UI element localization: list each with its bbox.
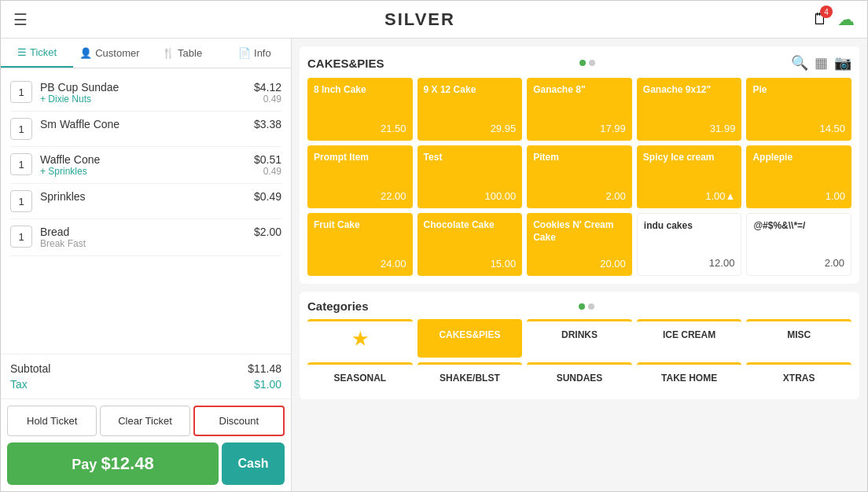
category-shake-blst[interactable]: SHAKE/BLST (417, 362, 523, 391)
list-item[interactable]: Applepie 1.00 (746, 145, 851, 208)
item-note: Break Fast (40, 238, 254, 249)
item-modifier: + Dixie Nuts (40, 94, 254, 105)
category-ice-cream[interactable]: ICE CREAM (637, 319, 742, 358)
camera-icon[interactable]: 📷 (834, 54, 851, 72)
item-price: $0.49 (254, 190, 281, 203)
cloud-icon[interactable]: ☁ (837, 9, 855, 30)
item-card-price: 20.00 (533, 258, 626, 270)
tab-ticket[interactable]: ☰ Ticket (1, 39, 73, 68)
dot-inactive (588, 303, 594, 310)
section-dots (579, 60, 595, 66)
list-item[interactable]: Ganache 8" 17.99 (527, 78, 632, 141)
quantity-stepper[interactable]: 1 (10, 118, 32, 140)
category-label: SHAKE/BLST (440, 373, 500, 384)
order-item-details: PB Cup Sundae + Dixie Nuts (40, 81, 254, 105)
notification-icon[interactable]: 🗒 4 (812, 10, 828, 28)
item-name: Sm Waffle Cone (40, 118, 254, 130)
tab-ticket-label: Ticket (30, 46, 57, 58)
tab-table[interactable]: 🍴 Table (146, 39, 219, 68)
table-row[interactable]: 1 Sprinkles $0.49 (10, 184, 281, 219)
cash-button[interactable]: Cash (222, 442, 285, 485)
list-item[interactable]: Cookies N' Cream Cake 20.00 (527, 213, 632, 276)
item-card-price: 1.00▲ (643, 190, 736, 202)
list-item[interactable]: 9 X 12 Cake 29.95 (417, 78, 523, 141)
list-item[interactable]: Pie 14.50 (746, 78, 851, 141)
order-item-details: Waffle Cone + Sprinkles (40, 153, 254, 177)
pay-button[interactable]: Pay $12.48 (7, 442, 219, 485)
order-list: 1 PB Cup Sundae + Dixie Nuts $4.12 0.49 … (1, 68, 291, 354)
section-icons: 🔍 ▦ 📷 (791, 54, 851, 72)
quantity-stepper[interactable]: 1 (10, 190, 32, 212)
list-item[interactable]: @#$%&\\*=/ 2.00 (746, 213, 851, 276)
clear-ticket-button[interactable]: Clear Ticket (100, 406, 189, 436)
subtotal-value: $11.48 (248, 362, 281, 375)
list-item[interactable]: Test 100.00 (417, 145, 523, 208)
modifier-price: 0.49 (263, 166, 281, 177)
list-item[interactable]: Ganache 9x12" 31.99 (637, 78, 742, 141)
item-card-price: 21.50 (314, 123, 406, 134)
item-card-name: Fruit Cake (314, 219, 406, 232)
items-grid: 8 Inch Cake 21.50 9 X 12 Cake 29.95 Gana… (307, 78, 851, 276)
info-icon: 📄 (238, 47, 251, 59)
pay-row: Pay $12.48 Cash (1, 442, 291, 491)
item-price: $2.00 (254, 226, 281, 238)
category-cakes-pies[interactable]: CAKES&PIES (417, 319, 523, 358)
list-item[interactable]: Prompt Item 22.00 (307, 145, 413, 208)
category-xtras[interactable]: XTRAS (746, 362, 851, 391)
item-card-price: 29.95 (424, 123, 517, 134)
list-item[interactable]: Spicy Ice cream 1.00▲ (637, 145, 742, 208)
category-misc[interactable]: MISC (746, 319, 851, 358)
list-item[interactable]: Fruit Cake 24.00 (307, 213, 413, 276)
table-row[interactable]: 1 Sm Waffle Cone $3.38 (10, 112, 281, 147)
item-card-name: @#$%&\\*=/ (753, 220, 844, 233)
category-sundaes[interactable]: SUNDAES (527, 362, 632, 391)
app-title: SILVER (384, 9, 455, 30)
item-card-price: 1.00 (752, 190, 845, 202)
subtotal-label: Subtotal (10, 362, 50, 375)
tab-customer[interactable]: 👤 Customer (73, 39, 145, 68)
item-card-name: Prompt Item (314, 152, 406, 164)
header-icons: 🗒 4 ☁ (812, 9, 855, 30)
category-take-home[interactable]: TAKE HOME (637, 362, 742, 391)
item-card-price: 2.00 (753, 257, 844, 269)
categories-header: Categories (307, 299, 851, 313)
item-card-price: 31.99 (643, 123, 736, 134)
pay-label: Pay (72, 457, 97, 472)
category-label: SEASONAL (333, 373, 386, 384)
table-row[interactable]: 1 Bread Break Fast $2.00 (10, 219, 281, 256)
item-card-name: Cookies N' Cream Cake (533, 219, 626, 244)
notif-badge: 4 (820, 6, 833, 18)
menu-icon[interactable]: ☰ (13, 10, 28, 29)
item-card-price: 100.00 (424, 190, 517, 202)
item-card-name: Pitem (533, 152, 626, 164)
category-label: MISC (787, 329, 811, 340)
quantity-stepper[interactable]: 1 (10, 226, 32, 248)
categories-title: Categories (307, 299, 369, 313)
list-item[interactable]: Pitem 2.00 (527, 145, 632, 208)
list-item[interactable]: 8 Inch Cake 21.50 (307, 78, 413, 141)
dot-active (579, 303, 585, 310)
item-card-name: Applepie (752, 152, 845, 164)
item-card-name: 8 Inch Cake (314, 84, 406, 97)
table-row[interactable]: 1 Waffle Cone + Sprinkles $0.51 0.49 (10, 147, 281, 184)
hold-ticket-button[interactable]: Hold Ticket (7, 406, 97, 436)
quantity-stepper[interactable]: 1 (10, 81, 32, 103)
item-card-name: Pie (752, 84, 845, 97)
tax-label: Tax (10, 378, 28, 391)
category-drinks[interactable]: DRINKS (527, 319, 632, 358)
item-price: $3.38 (254, 118, 281, 130)
category-seasonal[interactable]: SEASONAL (307, 362, 413, 391)
item-name: PB Cup Sundae (40, 81, 254, 94)
item-price: $0.51 (254, 153, 281, 166)
list-item[interactable]: indu cakes 12.00 (637, 213, 742, 276)
category-favorites[interactable]: ★ (307, 319, 413, 358)
right-panel: CAKES&PIES 🔍 ▦ 📷 8 Inch Cake (292, 39, 867, 491)
discount-button[interactable]: Discount (193, 406, 285, 436)
table-row[interactable]: 1 PB Cup Sundae + Dixie Nuts $4.12 0.49 (10, 75, 281, 112)
barcode-icon[interactable]: ▦ (815, 54, 828, 72)
search-icon[interactable]: 🔍 (791, 54, 808, 72)
tab-info[interactable]: 📄 Info (219, 39, 291, 68)
quantity-stepper[interactable]: 1 (10, 153, 32, 175)
list-item[interactable]: Chocolate Cake 15.00 (417, 213, 523, 276)
table-icon: 🍴 (162, 47, 175, 59)
